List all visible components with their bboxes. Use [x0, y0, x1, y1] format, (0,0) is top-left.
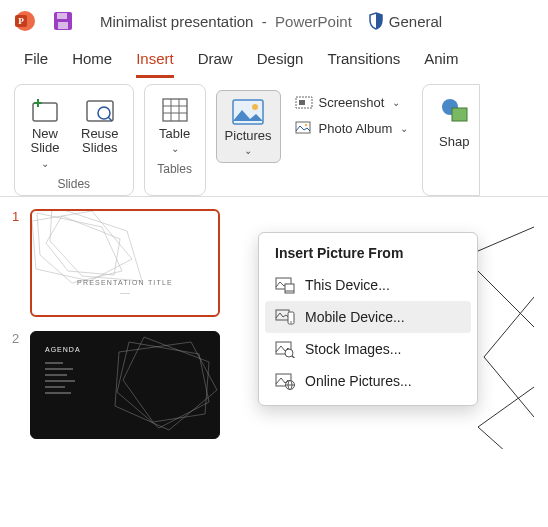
table-button[interactable]: Table ⌄ — [153, 91, 197, 158]
document-name: Minimalist presentation — [100, 13, 253, 30]
dropdown-item-mobile-device[interactable]: Mobile Device... — [265, 301, 471, 333]
new-slide-icon — [29, 95, 61, 125]
group-tables: Table ⌄ Tables — [144, 84, 206, 196]
shapes-icon — [437, 95, 471, 125]
svg-rect-21 — [296, 122, 310, 133]
svg-point-22 — [304, 124, 306, 126]
ribbon: New Slide ⌄ Reuse Slides Slides — [0, 78, 548, 197]
shield-icon — [368, 12, 384, 30]
tab-design[interactable]: Design — [257, 46, 304, 78]
titlebar: P Minimalist presentation - PowerPoint G… — [0, 0, 548, 38]
dropdown-item-online-pictures[interactable]: Online Pictures... — [265, 365, 471, 397]
shapes-button[interactable]: Shap — [431, 91, 477, 153]
tab-home[interactable]: Home — [72, 46, 112, 78]
chevron-down-icon: ⌄ — [244, 145, 252, 156]
svg-line-37 — [478, 427, 534, 449]
svg-line-34 — [484, 297, 534, 357]
tab-draw[interactable]: Draw — [198, 46, 233, 78]
svg-point-43 — [290, 321, 292, 323]
insert-picture-dropdown: Insert Picture From This Device... Mobil… — [258, 232, 478, 406]
thumb-number: 1 — [12, 209, 22, 224]
pictures-button[interactable]: Pictures ⌄ — [216, 90, 281, 163]
screenshot-icon — [295, 94, 313, 110]
group-slides: New Slide ⌄ Reuse Slides Slides — [14, 84, 134, 196]
reuse-slides-button[interactable]: Reuse Slides — [75, 91, 125, 160]
ribbon-tabs: File Home Insert Draw Design Transitions… — [0, 38, 548, 78]
slide2-title: AGENDA — [45, 346, 81, 353]
new-slide-button[interactable]: New Slide ⌄ — [23, 91, 67, 173]
sensitivity-label[interactable]: General — [368, 12, 442, 30]
svg-line-35 — [484, 357, 534, 417]
svg-rect-20 — [299, 100, 305, 105]
svg-line-46 — [292, 356, 295, 358]
mobile-device-icon — [275, 308, 295, 326]
svg-point-45 — [285, 349, 293, 357]
dropdown-item-stock-images[interactable]: Stock Images... — [265, 333, 471, 365]
slide2-lines — [45, 362, 75, 394]
svg-text:P: P — [18, 16, 24, 26]
svg-rect-5 — [58, 22, 68, 29]
screenshot-button[interactable]: Screenshot ⌄ — [291, 92, 413, 112]
save-icon[interactable] — [52, 10, 74, 32]
photo-album-icon — [295, 120, 313, 136]
chevron-down-icon: ⌄ — [41, 158, 49, 169]
tab-insert[interactable]: Insert — [136, 46, 174, 78]
chevron-down-icon: ⌄ — [400, 123, 408, 134]
slide-thumbnails-panel: 1 PRESENTATION TITLE —— 2 AGENDA — [0, 197, 234, 449]
tab-transitions[interactable]: Transitions — [327, 46, 400, 78]
pictures-icon — [230, 97, 266, 127]
svg-rect-4 — [57, 13, 67, 19]
slide1-title: PRESENTATION TITLE — [32, 279, 218, 286]
svg-rect-24 — [452, 108, 467, 121]
this-device-icon — [275, 276, 295, 294]
svg-rect-6 — [33, 103, 57, 121]
slide1-art — [32, 211, 220, 317]
group-label-tables: Tables — [157, 162, 192, 176]
chevron-down-icon: ⌄ — [392, 97, 400, 108]
slide-thumbnail-2[interactable]: AGENDA — [30, 331, 220, 439]
chevron-down-icon: ⌄ — [171, 143, 179, 154]
table-icon — [159, 95, 191, 125]
slide1-subtitle: —— — [32, 290, 218, 296]
thumb-number: 2 — [12, 331, 22, 346]
svg-rect-39 — [285, 284, 294, 293]
stock-images-icon — [275, 340, 295, 358]
dropdown-item-this-device[interactable]: This Device... — [265, 269, 471, 301]
slide-thumbnail-1[interactable]: PRESENTATION TITLE —— — [30, 209, 220, 317]
svg-point-18 — [252, 104, 258, 110]
svg-marker-27 — [32, 211, 132, 281]
online-pictures-icon — [275, 372, 295, 390]
svg-marker-26 — [50, 211, 142, 281]
slide2-art — [109, 332, 220, 439]
tab-animations[interactable]: Anim — [424, 46, 458, 78]
tab-file[interactable]: File — [24, 46, 48, 78]
group-label-slides: Slides — [57, 177, 90, 191]
document-title: Minimalist presentation - PowerPoint — [100, 13, 352, 30]
dropdown-header: Insert Picture From — [275, 245, 461, 261]
svg-marker-29 — [117, 342, 209, 428]
group-illustrations: Shap — [422, 84, 480, 196]
powerpoint-app-icon: P — [14, 10, 36, 32]
svg-marker-31 — [115, 342, 217, 430]
reuse-slides-icon — [84, 95, 116, 125]
photo-album-button[interactable]: Photo Album ⌄ — [291, 118, 413, 138]
app-name: PowerPoint — [275, 13, 352, 30]
svg-rect-12 — [163, 99, 187, 121]
